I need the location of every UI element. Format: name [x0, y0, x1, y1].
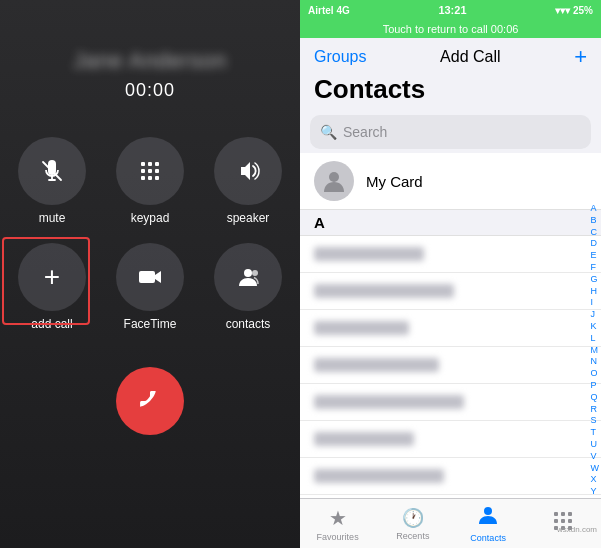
contacts-tab-label: Contacts [470, 533, 506, 543]
mute-label: mute [39, 211, 66, 225]
contacts-list: My Card A A B C D E [300, 153, 601, 498]
speaker-icon [214, 137, 282, 205]
nav-header: Groups Add Call + [300, 38, 601, 72]
svg-rect-15 [561, 512, 565, 516]
svg-point-12 [329, 172, 339, 182]
return-banner-text: Touch to return to call 00:06 [383, 23, 519, 35]
svg-rect-7 [148, 176, 152, 180]
call-buttons-grid: mute keypad [12, 137, 288, 331]
svg-rect-17 [554, 519, 558, 523]
speaker-label: speaker [227, 211, 270, 225]
nav-title: Add Call [440, 48, 500, 66]
recents-icon: 🕐 [402, 507, 424, 529]
search-bar-wrapper: 🔍 Search [300, 111, 601, 153]
search-placeholder: Search [343, 124, 387, 140]
contact-row-3[interactable] [300, 310, 601, 347]
svg-rect-18 [561, 519, 565, 523]
my-card-label: My Card [366, 173, 423, 190]
contact-row-2[interactable] [300, 273, 601, 310]
contacts-call-label: contacts [226, 317, 271, 331]
tab-keypad[interactable] [526, 499, 601, 548]
contact-row-4[interactable] [300, 347, 601, 384]
network-label: 4G [337, 5, 350, 16]
mute-button[interactable]: mute [12, 137, 92, 225]
status-bar-right: ▾▾▾ 25% [555, 5, 593, 16]
svg-rect-8 [155, 176, 159, 180]
svg-rect-9 [139, 271, 155, 283]
contact-row-5[interactable] [300, 384, 601, 421]
svg-rect-16 [568, 512, 572, 516]
svg-rect-2 [155, 162, 159, 166]
add-call-icon: + [18, 243, 86, 311]
add-call-button[interactable]: + add call [12, 243, 92, 331]
call-timer: 00:00 [125, 80, 175, 101]
search-icon: 🔍 [320, 124, 337, 140]
watermark: wsxdn.com [557, 525, 597, 534]
svg-point-13 [484, 507, 492, 515]
caller-name: Jane Anderson [73, 48, 226, 74]
return-to-call-banner[interactable]: Touch to return to call 00:06 [300, 20, 601, 38]
contacts-button[interactable]: contacts [208, 243, 288, 331]
keypad-label: keypad [131, 211, 170, 225]
contacts-icon [214, 243, 282, 311]
mute-icon [18, 137, 86, 205]
facetime-icon [116, 243, 184, 311]
add-call-label: add call [31, 317, 72, 331]
svg-point-11 [252, 270, 258, 276]
svg-rect-1 [148, 162, 152, 166]
speaker-button[interactable]: speaker [208, 137, 288, 225]
favourites-label: Favourites [317, 532, 359, 542]
time-label: 13:21 [438, 4, 466, 16]
contact-row-7[interactable] [300, 458, 601, 495]
svg-point-10 [244, 269, 252, 277]
svg-rect-3 [141, 169, 145, 173]
svg-rect-19 [568, 519, 572, 523]
add-contact-button[interactable]: + [574, 46, 587, 68]
call-screen: Jane Anderson 00:00 mute [0, 0, 300, 548]
svg-rect-4 [148, 169, 152, 173]
tab-recents[interactable]: 🕐 Recents [375, 499, 450, 548]
section-a-header: A [300, 210, 601, 236]
battery-label: 25% [573, 5, 593, 16]
tab-bar: ★ Favourites 🕐 Recents Contacts [300, 498, 601, 548]
wifi-icon: ▾▾▾ [555, 5, 570, 16]
keypad-button[interactable]: keypad [110, 137, 190, 225]
svg-rect-5 [155, 169, 159, 173]
add-call-screen: Airtel 4G 13:21 ▾▾▾ 25% Touch to return … [300, 0, 601, 548]
keypad-icon [116, 137, 184, 205]
contacts-title: Contacts [300, 72, 601, 111]
svg-rect-0 [141, 162, 145, 166]
avatar [314, 161, 354, 201]
end-call-button[interactable] [116, 367, 184, 435]
back-button[interactable]: Groups [314, 48, 366, 66]
svg-rect-14 [554, 512, 558, 516]
status-bar-left: Airtel 4G [308, 5, 350, 16]
contact-row-6[interactable] [300, 421, 601, 458]
tab-favourites[interactable]: ★ Favourites [300, 499, 375, 548]
favourites-icon: ★ [329, 506, 347, 530]
contact-row-1[interactable] [300, 236, 601, 273]
svg-rect-6 [141, 176, 145, 180]
carrier-label: Airtel [308, 5, 334, 16]
tab-contacts-icon [477, 504, 499, 531]
status-bar: Airtel 4G 13:21 ▾▾▾ 25% [300, 0, 601, 20]
alphabet-index: A B C D E F G H I J K L M N O P Q R S T … [591, 203, 600, 498]
tab-contacts[interactable]: Contacts [451, 499, 526, 548]
facetime-button[interactable]: FaceTime [110, 243, 190, 331]
search-bar[interactable]: 🔍 Search [310, 115, 591, 149]
my-card-row[interactable]: My Card [300, 153, 601, 210]
recents-label: Recents [396, 531, 429, 541]
facetime-label: FaceTime [124, 317, 177, 331]
